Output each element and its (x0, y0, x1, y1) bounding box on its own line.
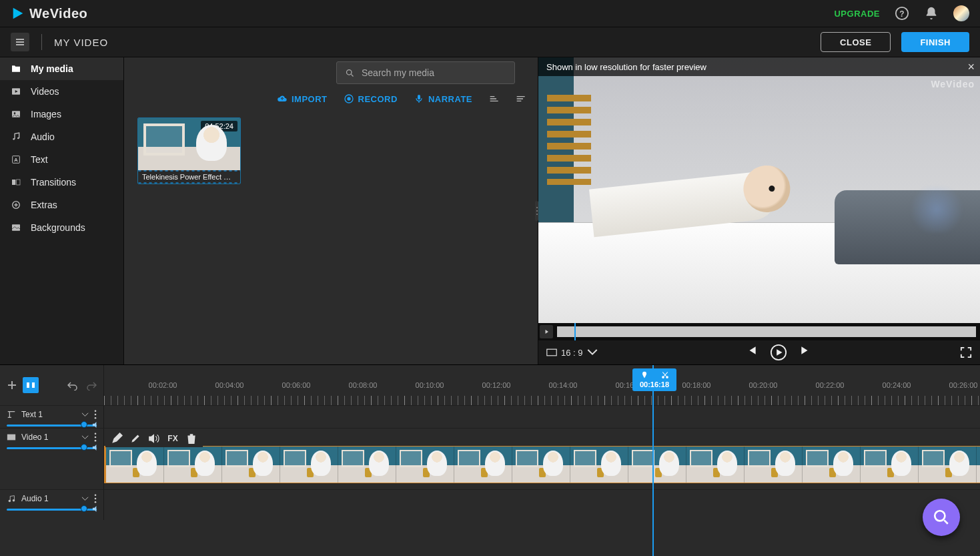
ruler-time: 00:04:00 (215, 381, 244, 389)
ruler-time: 00:10:00 (416, 381, 444, 389)
sort-desc-icon[interactable] (515, 95, 526, 103)
ruler-time: 00:14:00 (549, 381, 578, 389)
media-clip[interactable]: 04:52:24 Telekinesis Power Effect Wonde.… (137, 117, 241, 184)
aspect-ratio-select[interactable]: 16 : 9 (546, 348, 598, 358)
watermark: WeVideo (931, 79, 975, 89)
app-name: WeVideo (29, 6, 87, 21)
menu-button[interactable] (11, 33, 29, 51)
add-track-button[interactable] (4, 377, 20, 393)
track-volume[interactable] (7, 507, 97, 511)
play-button[interactable] (770, 344, 787, 361)
sidebar-item-backgrounds[interactable]: Backgrounds (0, 216, 123, 239)
brush-icon[interactable] (129, 433, 141, 445)
text-track-icon (7, 410, 16, 419)
sidebar-item-videos[interactable]: Videos (0, 80, 123, 103)
playhead-line[interactable] (652, 405, 654, 556)
help-fab[interactable] (923, 499, 960, 536)
sort-asc-icon[interactable] (488, 95, 499, 103)
timeline-ruler[interactable]: 00:02:0000:04:0000:06:0000:08:0000:10:00… (104, 365, 980, 405)
prev-frame-button[interactable] (745, 344, 758, 357)
svg-line-40 (944, 520, 947, 523)
sidebar: My media Videos Images Audio A Text Tran… (0, 57, 124, 364)
svg-point-26 (666, 376, 668, 378)
mute-icon[interactable] (148, 433, 160, 445)
svg-point-6 (14, 112, 16, 114)
narrate-button[interactable]: NARRATE (414, 93, 472, 104)
svg-point-38 (95, 501, 97, 503)
chevron-down-icon[interactable] (81, 411, 89, 419)
avatar[interactable] (953, 5, 969, 21)
import-button[interactable]: IMPORT (277, 93, 328, 104)
media-panel: Search my media IMPORT RECORD NARRATE 04… (124, 57, 538, 364)
preview-scrubber[interactable] (538, 323, 980, 340)
sidebar-item-label: Videos (31, 86, 59, 97)
bell-icon[interactable] (924, 6, 939, 21)
undo-button[interactable] (65, 377, 81, 393)
timeline: 00:02:0000:04:0000:06:0000:08:0000:10:00… (0, 364, 980, 556)
playhead[interactable]: 00:16:18 (652, 365, 654, 405)
fx-button[interactable]: FX (167, 433, 179, 445)
upgrade-link[interactable]: UPGRADE (834, 9, 880, 19)
preview-notice: Shown in low resolution for faster previ… (538, 57, 980, 76)
marker-icon[interactable] (640, 371, 648, 379)
svg-point-36 (95, 494, 97, 496)
chevron-down-icon (587, 348, 598, 356)
finish-button[interactable]: FINISH (901, 32, 969, 52)
svg-rect-12 (17, 180, 20, 185)
mic-icon (414, 93, 424, 104)
track-volume[interactable] (7, 423, 97, 427)
fullscreen-button[interactable] (960, 346, 972, 358)
sidebar-item-transitions[interactable]: Transitions (0, 171, 123, 194)
edit-icon[interactable] (111, 433, 123, 445)
sidebar-item-audio[interactable]: Audio (0, 125, 123, 148)
svg-point-35 (13, 499, 15, 502)
svg-point-18 (347, 97, 350, 100)
svg-line-16 (351, 74, 353, 76)
svg-point-32 (95, 437, 97, 439)
track-text: Text 1 (0, 405, 980, 428)
folder-icon (11, 63, 21, 74)
close-icon[interactable]: × (967, 60, 975, 74)
preview-canvas[interactable]: Shown in low resolution for faster previ… (538, 57, 980, 323)
sidebar-item-label: My media (31, 63, 73, 74)
ruler-time: 00:08:00 (349, 381, 378, 389)
redo-button[interactable] (83, 377, 99, 393)
svg-rect-24 (32, 382, 35, 388)
track-video: Video 1 FX (0, 428, 980, 489)
ruler-time: 00:20:00 (749, 381, 778, 389)
track-more-icon[interactable] (94, 410, 97, 419)
sidebar-item-text[interactable]: A Text (0, 148, 123, 171)
cut-icon[interactable] (661, 371, 669, 379)
set-in-point-button[interactable] (540, 325, 553, 338)
trash-icon[interactable] (185, 433, 197, 445)
search-icon (345, 68, 355, 78)
track-more-icon[interactable] (94, 433, 97, 442)
chevron-down-icon[interactable] (81, 495, 89, 503)
svg-point-8 (17, 137, 19, 140)
sidebar-item-images[interactable]: Images (0, 103, 123, 125)
snap-button[interactable] (23, 377, 39, 393)
app-logo[interactable]: WeVideo (11, 6, 87, 21)
sidebar-item-my-media[interactable]: My media (0, 57, 123, 80)
track-volume[interactable] (7, 446, 97, 450)
close-button[interactable]: CLOSE (821, 32, 891, 52)
sidebar-item-label: Transitions (31, 177, 76, 188)
sidebar-item-extras[interactable]: Extras (0, 194, 123, 216)
help-icon[interactable]: ? (895, 6, 909, 21)
track-label: Video 1 (21, 433, 48, 442)
svg-point-34 (9, 500, 11, 503)
ruler-time: 00:18:00 (682, 381, 711, 389)
svg-text:?: ? (899, 9, 904, 19)
next-frame-button[interactable] (799, 344, 813, 357)
zoom-icon (933, 509, 950, 526)
video-icon (11, 86, 21, 97)
search-input[interactable]: Search my media (336, 61, 515, 84)
chevron-down-icon[interactable] (81, 434, 89, 441)
track-more-icon[interactable] (94, 494, 97, 503)
svg-rect-30 (7, 435, 15, 441)
record-button[interactable]: RECORD (344, 93, 398, 104)
timeline-clip[interactable] (104, 446, 980, 483)
svg-point-28 (95, 414, 97, 416)
sidebar-item-label: Images (31, 109, 61, 119)
music-icon (11, 131, 21, 142)
